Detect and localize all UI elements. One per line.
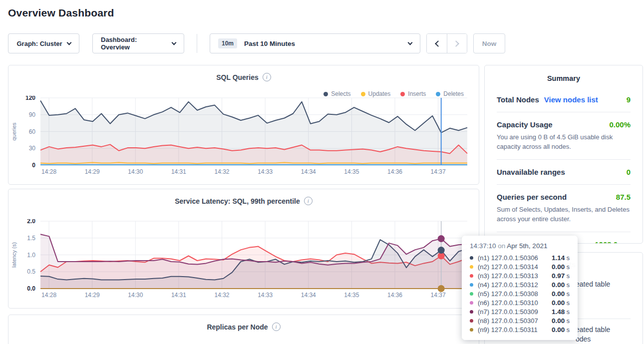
summary-label: Unavailable ranges: [497, 168, 565, 176]
legend-item-updates: Updates: [361, 90, 391, 97]
chevron-down-icon: [66, 40, 71, 45]
time-range-badge: 10m: [218, 38, 237, 48]
time-range-label: Past 10 Minutes: [244, 40, 295, 47]
node-latency-value: 0.97 s: [552, 272, 570, 280]
chart-header: Replicas per Node i: [8, 315, 479, 331]
summary-row: Total NodesView nodes list9: [497, 95, 631, 104]
page-title: Overview Dashboard: [8, 7, 114, 19]
summary-label: Queries per second: [497, 193, 567, 201]
summary-value: 0.00%: [609, 120, 631, 129]
series-dot-icon: [470, 265, 473, 269]
node-latency-value: 0.00 s: [552, 263, 570, 271]
chevron-left-icon: [435, 40, 441, 47]
sql-queries-chart[interactable]: 030609012014:2814:2914:3014:3114:3214:33…: [8, 96, 479, 178]
chevron-down-icon: [408, 40, 413, 45]
svg-text:14:29: 14:29: [85, 168, 100, 175]
legend-dot-icon: [361, 92, 365, 96]
legend-dot-icon: [323, 92, 328, 96]
svg-text:0: 0: [32, 162, 35, 169]
node-latency-value: 1.14 s: [552, 254, 570, 262]
summary-panel: Summary Total NodesView nodes list9Capac…: [484, 65, 643, 244]
chart-title: Replicas per Node: [207, 323, 268, 331]
info-icon[interactable]: i: [272, 323, 281, 331]
summary-value: 0: [627, 168, 631, 176]
svg-text:14:37: 14:37: [431, 292, 446, 299]
series-dot-icon: [470, 274, 473, 278]
svg-text:60: 60: [29, 128, 36, 135]
prev-time-button[interactable]: [427, 34, 447, 53]
view-nodes-list-link[interactable]: View nodes list: [544, 95, 598, 104]
chart-title: Service Latency: SQL, 99th percentile: [175, 197, 300, 205]
series-dot-icon: [470, 292, 473, 296]
svg-text:120: 120: [25, 96, 35, 101]
svg-text:14:28: 14:28: [41, 292, 56, 299]
svg-text:14:29: 14:29: [85, 292, 100, 299]
divider: [497, 232, 631, 232]
node-latency-value: 0.00 s: [552, 290, 570, 298]
summary-value: 9: [627, 95, 631, 104]
svg-text:14:35: 14:35: [344, 168, 359, 175]
legend-item-selects: Selects: [323, 90, 350, 97]
svg-text:30: 30: [29, 145, 36, 152]
svg-text:14:34: 14:34: [301, 292, 316, 299]
svg-text:14:32: 14:32: [215, 168, 230, 175]
node-address: (n4) 127.0.0.1:50312: [478, 281, 538, 289]
summary-row: Unavailable ranges0: [497, 168, 631, 176]
chart-legend: SelectsUpdatesInsertsDeletes: [323, 90, 464, 97]
summary-title: Summary: [497, 74, 631, 82]
dashboard-dropdown[interactable]: Dashboard: Overview: [92, 33, 184, 53]
summary-row: Capacity Usage0.00%You are using 0 B of …: [497, 120, 631, 151]
hover-point: [438, 235, 445, 242]
summary-value: 1208.0 ms: [595, 240, 631, 244]
chevron-down-icon: [172, 40, 177, 45]
svg-text:2.0: 2.0: [27, 219, 35, 225]
dashboard-dropdown-label: Dashboard: Overview: [101, 36, 167, 51]
node-latency-value: 0.00 s: [552, 317, 570, 325]
node-address: (n5) 127.0.0.1:50308: [478, 290, 538, 298]
tooltip-node-row: (n6) 127.0.0.1:503100.00 s: [470, 298, 570, 307]
legend-item-inserts: Inserts: [400, 90, 426, 97]
svg-text:14:33: 14:33: [258, 292, 273, 299]
svg-text:latency (s): latency (s): [11, 242, 17, 268]
chart-header: Service Latency: SQL, 99th percentile i: [8, 189, 479, 205]
summary-description: You are using 0 B of 4.5 GiB usable disk…: [497, 132, 631, 151]
tooltip-node-row: (n8) 127.0.0.1:503070.00 s: [470, 316, 570, 325]
svg-text:14:31: 14:31: [171, 168, 186, 175]
svg-text:14:33: 14:33: [258, 168, 273, 175]
series-dot-icon: [470, 283, 473, 287]
next-time-button[interactable]: [447, 34, 467, 53]
chevron-right-icon: [453, 40, 459, 47]
tooltip-timestamp: 14:37:10 on Apr 5th, 2021: [470, 242, 570, 250]
svg-text:14:36: 14:36: [387, 168, 402, 175]
svg-text:14:31: 14:31: [171, 292, 186, 299]
svg-text:14:35: 14:35: [344, 292, 359, 299]
svg-text:1.5: 1.5: [27, 235, 35, 242]
now-button[interactable]: Now: [473, 33, 505, 53]
svg-text:14:30: 14:30: [128, 168, 143, 175]
graph-dropdown[interactable]: Graph: Cluster: [8, 33, 79, 53]
node-latency-value: 0.00 s: [552, 281, 570, 289]
summary-label: Capacity Usage: [497, 120, 553, 129]
series-dot-icon: [470, 310, 473, 314]
summary-label: Total Nodes: [497, 95, 539, 104]
tooltip-node-row: (n3) 127.0.0.1:503130.97 s: [470, 271, 570, 280]
info-icon[interactable]: i: [304, 197, 313, 205]
info-icon[interactable]: i: [263, 73, 271, 81]
node-address: (n9) 127.0.0.1:50311: [478, 326, 538, 334]
graph-dropdown-label: Graph: Cluster: [16, 40, 62, 47]
series-dot-icon: [470, 319, 473, 323]
divider: [497, 112, 631, 112]
service-latency-chart-card: Service Latency: SQL, 99th percentile i …: [8, 189, 479, 309]
overview-dashboard-page: Overview Dashboard Graph: Cluster Dashbo…: [0, 0, 644, 344]
svg-text:14:37: 14:37: [431, 168, 446, 175]
time-range-picker[interactable]: 10m Past 10 Minutes: [210, 33, 420, 53]
time-step-buttons: [426, 33, 467, 53]
divider: [497, 184, 631, 185]
divider: [197, 34, 197, 53]
node-latency-value: 0.00 s: [552, 326, 570, 334]
divider: [497, 159, 631, 160]
series-dot-icon: [470, 328, 473, 332]
service-latency-chart[interactable]: 0.00.51.01.52.014:2814:2914:3014:3114:32…: [8, 219, 479, 301]
controls-bar: Graph: Cluster Dashboard: Overview 10m P…: [8, 33, 505, 53]
svg-text:1.0: 1.0: [27, 252, 35, 259]
